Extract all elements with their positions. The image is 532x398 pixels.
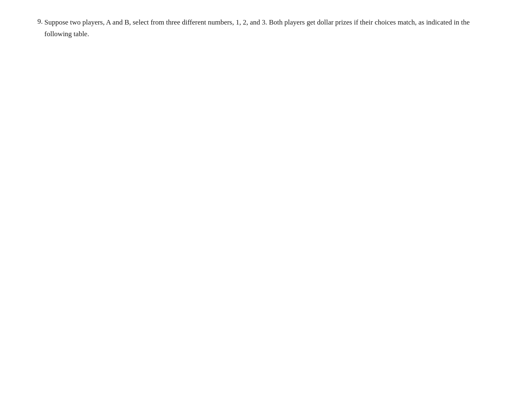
problem-number: 9.: [37, 17, 43, 26]
problem-statement: 9. Suppose two players, A and B, select …: [37, 17, 495, 40]
problem-intro: Suppose two players, A and B, select fro…: [44, 17, 495, 40]
problem-container: 9. Suppose two players, A and B, select …: [37, 17, 495, 40]
